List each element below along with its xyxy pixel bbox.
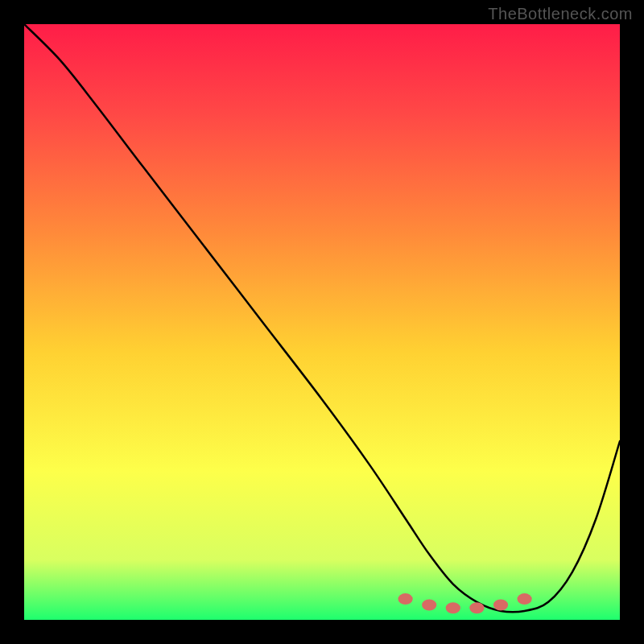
flat-region-marker (398, 593, 413, 605)
bottleneck-curve-chart (24, 24, 620, 620)
chart-container (24, 24, 620, 620)
flat-region-marker (422, 600, 436, 611)
flat-region-marker (446, 602, 460, 613)
flat-region-marker (518, 593, 532, 605)
chart-background (24, 24, 620, 620)
attribution-text: TheBottleneck.com (488, 5, 633, 23)
flat-region-marker (469, 602, 484, 613)
flat-region-marker (493, 600, 508, 611)
